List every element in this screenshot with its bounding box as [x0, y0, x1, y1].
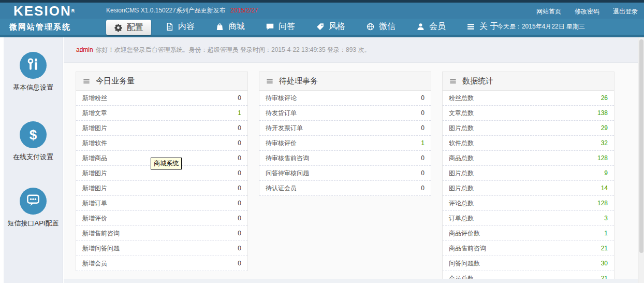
- panel-header: 数据统计: [443, 72, 614, 91]
- stat-row: 软件总数32: [443, 136, 614, 151]
- panel-header: 今日业务量: [76, 72, 247, 91]
- sidebar: 基本信息设置$在线支付设置短信接口API配置: [4, 37, 63, 283]
- stat-label: 待发货订单: [266, 109, 297, 118]
- gear-icon: [114, 23, 123, 32]
- globe-icon: [366, 22, 375, 31]
- nav-item-label: 商城: [228, 21, 245, 32]
- stat-row: 新增软件0: [76, 136, 247, 151]
- announcement-text: KesionCMS X1.0.150227系列产品更新发布: [106, 7, 226, 14]
- stat-label: 图片总数: [449, 124, 474, 133]
- navbar: 微网站管理系统 配置内容商城问答风格微信会员关 于 今天是：2015年4月22日…: [0, 19, 644, 37]
- stat-value: 128: [597, 154, 608, 162]
- nav-item-1[interactable]: 内容: [158, 19, 201, 35]
- panel-title: 今日业务量: [96, 76, 135, 86]
- stat-row: 图片总数29: [443, 121, 614, 136]
- sidebar-item-label: 短信接口API配置: [4, 219, 63, 228]
- stat-row: 商品总数128: [443, 151, 614, 166]
- sidebar-item-1[interactable]: $在线支付设置: [4, 121, 63, 162]
- stat-row: 待认证会员0: [259, 181, 431, 196]
- topbar-links: 网站首页修改密码退出登录: [523, 3, 638, 20]
- admin-username: admin: [76, 46, 93, 53]
- stat-value: 0: [238, 260, 241, 267]
- vertical-scrollbar[interactable]: [638, 37, 644, 283]
- toplink-0[interactable]: 网站首页: [536, 8, 561, 15]
- nav-item-5[interactable]: 微信: [359, 19, 402, 35]
- stat-row: 新增订单0: [76, 196, 247, 211]
- sidebar-icon-circle: $: [20, 121, 47, 148]
- announcement-date: 2015/2/27: [230, 7, 258, 14]
- sidebar-item-2[interactable]: 短信接口API配置: [4, 188, 63, 228]
- sidebar-icon-circle: [20, 52, 47, 79]
- stat-value: 26: [601, 94, 608, 102]
- current-date: 今天是：2015年4月22日 星期三: [497, 19, 585, 35]
- nav-item-label: 内容: [178, 21, 195, 32]
- stat-value: 3: [604, 215, 608, 222]
- stat-value: 32: [601, 139, 608, 147]
- stat-label: 待审核评论: [266, 94, 297, 103]
- panel-header: 待处理事务: [259, 72, 431, 91]
- stat-row: 待审核评论0: [259, 91, 431, 106]
- panel-1: 待处理事务待审核评论0待发货订单0待开发票订单0待审核评价1待审核售前咨询0问答…: [259, 72, 431, 196]
- logo-text: KESION: [13, 3, 71, 19]
- list-icon: [266, 77, 274, 85]
- announcement: KesionCMS X1.0.150227系列产品更新发布 2015/2/27: [106, 3, 258, 19]
- stat-label: 新增粉丝: [82, 94, 107, 103]
- scrollbar-thumb[interactable]: [639, 39, 643, 253]
- nav-item-label: 会员: [429, 21, 446, 32]
- stat-value: 0: [238, 139, 241, 147]
- shopping-bag-icon: [215, 22, 224, 31]
- stat-value: 0: [238, 215, 241, 222]
- stat-label: 订单总数: [449, 214, 474, 223]
- stat-row: 订单总数3: [443, 211, 614, 226]
- nav-item-4[interactable]: 风格: [309, 19, 352, 35]
- stat-label: 待审核售前咨询: [266, 154, 309, 163]
- stat-label: 评论总数: [449, 199, 474, 208]
- stat-label: 新增图片: [82, 169, 107, 178]
- stat-label: 新增订单: [82, 199, 107, 208]
- nav-item-6[interactable]: 会员: [409, 19, 452, 35]
- stat-value: 29: [601, 124, 608, 132]
- horizontal-scrollbar[interactable]: [64, 279, 638, 283]
- stat-value: 0: [421, 109, 425, 117]
- stat-label: 新增软件: [82, 139, 107, 148]
- stat-value: 1: [421, 139, 425, 147]
- member-icon: [416, 22, 425, 31]
- nav-item-3[interactable]: 问答: [259, 19, 302, 35]
- stat-value: 0: [238, 200, 241, 207]
- stat-row: 新增图片0: [76, 181, 247, 196]
- toplink-2[interactable]: 退出登录: [613, 8, 638, 15]
- stat-value: 14: [601, 185, 608, 192]
- stat-value: 1: [604, 230, 608, 237]
- panel-title: 待处理事务: [279, 76, 318, 86]
- nav-item-label: 配置: [127, 22, 143, 33]
- document-icon: [165, 22, 174, 31]
- stat-label: 商品售前咨询: [449, 244, 486, 253]
- stat-value: 138: [597, 109, 608, 117]
- sidebar-icon-circle: [20, 188, 47, 215]
- sidebar-item-0[interactable]: 基本信息设置: [4, 52, 63, 92]
- stat-row: 商品售前咨询21: [443, 241, 614, 256]
- list-icon: [82, 77, 91, 85]
- stat-label: 新增评价: [82, 214, 107, 223]
- stat-value: 0: [421, 169, 425, 177]
- stat-row: 待开发票订单0: [259, 121, 431, 136]
- stat-value: 0: [238, 94, 241, 102]
- dollar-icon: $: [30, 128, 37, 142]
- stat-value: 0: [238, 124, 241, 132]
- nav-item-0[interactable]: 配置: [106, 20, 151, 35]
- toplink-1[interactable]: 修改密码: [575, 8, 599, 15]
- stat-value: 0: [421, 124, 425, 132]
- welcome-bar: admin你好！欢迎您登录后台管理系统。身份：超级管理员 登录时间：2015-4…: [64, 37, 638, 63]
- stat-label: 问答待审核问题: [266, 169, 309, 178]
- stat-label: 新增会员: [82, 259, 107, 268]
- welcome-message: 你好！欢迎您登录后台管理系统。身份：超级管理员 登录时间：2015-4-22 1…: [96, 46, 371, 53]
- brand-title: 微网站管理系统: [9, 19, 71, 35]
- stat-label: 新增售前咨询: [82, 229, 120, 238]
- kesion-logo: KESIONR: [13, 4, 75, 18]
- nav-item-label: 微信: [379, 21, 396, 32]
- panel-title: 数据统计: [462, 76, 493, 86]
- stat-value: 0: [238, 154, 241, 162]
- stat-label: 新增商品: [82, 154, 107, 163]
- nav-item-2[interactable]: 商城: [209, 19, 252, 35]
- stat-label: 新增图片: [82, 184, 107, 193]
